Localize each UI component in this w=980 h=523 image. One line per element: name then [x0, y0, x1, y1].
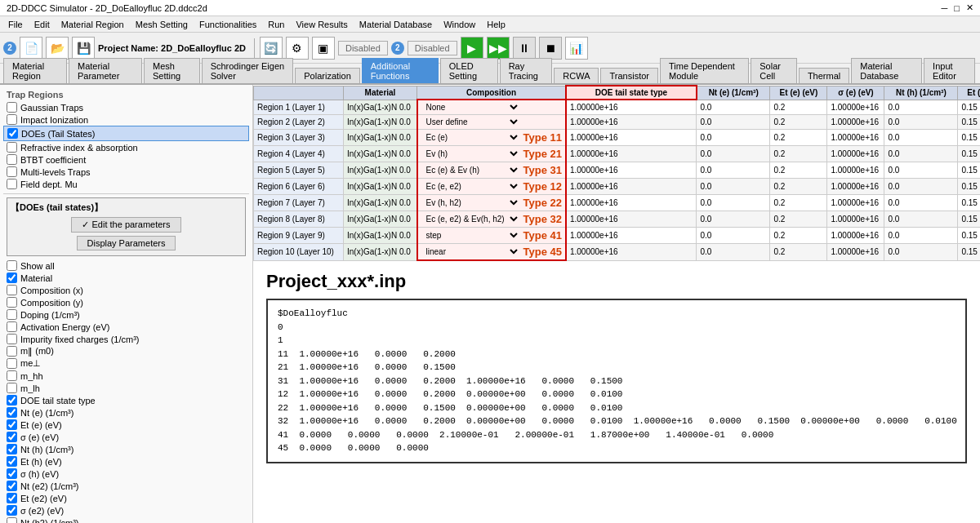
cell-doe-type[interactable]: NoneUser defineEc (e)Ev (h)Ec (e) & Ev (…	[417, 244, 566, 261]
tab-polarization[interactable]: Polarization	[295, 68, 359, 83]
tab-additional-functions[interactable]: Additional Functions	[362, 58, 439, 83]
multi-levels-checkbox[interactable]	[7, 166, 17, 177]
table-row: Region 7 (Layer 7) In(x)Ga(1-x)N 0.0 Non…	[254, 195, 981, 211]
refresh-btn[interactable]: 🔄	[260, 37, 283, 60]
cell-doe-type[interactable]: NoneUser defineEc (e)Ev (h)Ec (e) & Ev (…	[417, 195, 566, 211]
play-btn[interactable]: ▶	[461, 37, 483, 60]
disabled-btn-2[interactable]: Disabled	[408, 41, 457, 55]
btbt-checkbox[interactable]	[7, 154, 17, 165]
cell-nth: 1.00000e+16	[827, 211, 884, 228]
activation-checkbox[interactable]	[7, 321, 17, 332]
menu-bar: File Edit Material Region Mesh Setting F…	[0, 16, 980, 33]
edit-parameters-btn[interactable]: ✓ Edit the parameters	[71, 217, 180, 233]
doe-type-select[interactable]: NoneUser defineEc (e)Ev (h)Ec (e) & Ev (…	[421, 102, 520, 113]
ete-checkbox[interactable]	[7, 419, 17, 430]
tab-transistor[interactable]: Transistor	[600, 68, 658, 83]
tab-rcwa[interactable]: RCWA	[554, 68, 599, 83]
doe-type-select[interactable]: NoneUser defineEc (e)Ev (h)Ec (e) & Ev (…	[421, 214, 520, 224]
maximize-btn[interactable]: □	[954, 3, 960, 13]
tab-thermal[interactable]: Thermal	[799, 68, 849, 83]
nte2-checkbox[interactable]	[7, 481, 17, 491]
disabled-btn-1[interactable]: Disabled	[338, 41, 388, 55]
cell-nte: 1.00000e+16	[566, 115, 697, 130]
field-dept-checkbox[interactable]	[7, 179, 17, 189]
tab-time-dependent[interactable]: Time Dependent Module	[660, 58, 749, 83]
doe-type-select[interactable]: NoneUser defineEc (e)Ev (h)Ec (e) & Ev (…	[421, 148, 520, 159]
tab-solar-cell[interactable]: Solar Cell	[751, 58, 797, 83]
show-all-checkbox[interactable]	[7, 260, 17, 271]
cell-eth: 0.0	[884, 211, 958, 228]
nte-checkbox[interactable]	[7, 407, 17, 418]
run-btn[interactable]: ▣	[312, 37, 335, 60]
cell-doe-type[interactable]: NoneUser defineEc (e)Ev (h)Ec (e) & Ev (…	[417, 162, 566, 179]
does-tail-states-checkbox[interactable]	[7, 128, 18, 139]
settings-btn[interactable]: ⚙	[286, 37, 309, 60]
save-btn[interactable]: 💾	[72, 37, 95, 60]
tab-material-region[interactable]: Material Region	[3, 58, 67, 83]
cell-doe-type[interactable]: NoneUser defineEc (e)Ev (h)Ec (e) & Ev (…	[417, 146, 566, 162]
pause-btn[interactable]: ⏸	[513, 37, 536, 60]
mhh-checkbox[interactable]	[7, 370, 17, 381]
cell-doe-type[interactable]: NoneUser defineEc (e)Ev (h)Ec (e) & Ev (…	[417, 211, 566, 228]
refractive-checkbox[interactable]	[7, 142, 17, 153]
doe-type-select[interactable]: NoneUser defineEc (e)Ev (h)Ec (e) & Ev (…	[421, 181, 520, 192]
cell-ete: 0.0	[697, 146, 770, 162]
sh-checkbox[interactable]	[7, 468, 17, 479]
m-parallel-checkbox[interactable]	[7, 346, 17, 357]
doe-type-select[interactable]: NoneUser defineEc (e)Ev (h)Ec (e) & Ev (…	[421, 197, 520, 208]
tab-ray-tracing[interactable]: Ray Tracing	[500, 58, 553, 83]
doe-type-select[interactable]: NoneUser defineEc (e)Ev (h)Ec (e) & Ev (…	[421, 246, 520, 257]
se-checkbox[interactable]	[7, 432, 17, 442]
cell-doe-type[interactable]: NoneUser defineEc (e)Ev (h)Ec (e) & Ev (…	[417, 115, 566, 130]
menu-edit[interactable]: Edit	[29, 19, 55, 30]
cell-material: In(x)Ga(1-x)N 0.0	[344, 130, 417, 146]
doe-type-select[interactable]: NoneUser defineEc (e)Ev (h)Ec (e) & Ev (…	[421, 117, 520, 127]
material-checkbox[interactable]	[7, 273, 17, 283]
impurity-checkbox[interactable]	[7, 334, 17, 344]
stop-btn[interactable]: ⏹	[539, 37, 562, 60]
menu-material-region[interactable]: Material Region	[56, 19, 129, 30]
menu-run[interactable]: Run	[263, 19, 289, 30]
tab-schrodinger[interactable]: Schrodinger Eigen Solver	[202, 58, 294, 83]
doe-type-select[interactable]: NoneUser defineEc (e)Ev (h)Ec (e) & Ev (…	[421, 132, 520, 143]
menu-help[interactable]: Help	[482, 19, 510, 30]
menu-material-database[interactable]: Material Database	[354, 19, 437, 30]
cell-doe-type[interactable]: NoneUser defineEc (e)Ev (h)Ec (e) & Ev (…	[417, 179, 566, 195]
nth2-checkbox[interactable]	[7, 517, 17, 523]
doe-type-select[interactable]: NoneUser defineEc (e)Ev (h)Ec (e) & Ev (…	[421, 230, 520, 241]
se2-checkbox[interactable]	[7, 505, 17, 516]
display-parameters-btn[interactable]: Display Parameters	[77, 236, 176, 250]
menu-file[interactable]: File	[3, 19, 28, 30]
mlh-checkbox[interactable]	[7, 383, 17, 393]
comp-y-checkbox[interactable]	[7, 297, 17, 308]
cell-doe-type[interactable]: NoneUser defineEc (e)Ev (h)Ec (e) & Ev (…	[417, 228, 566, 244]
open-btn[interactable]: 📂	[46, 37, 69, 60]
chart-btn[interactable]: 📊	[565, 37, 588, 60]
doping-checkbox[interactable]	[7, 309, 17, 320]
play2-btn[interactable]: ▶▶	[487, 37, 510, 60]
tab-oled[interactable]: OLED Setting	[440, 58, 498, 83]
menu-mesh-setting[interactable]: Mesh Setting	[131, 19, 193, 30]
comp-x-checkbox[interactable]	[7, 285, 17, 295]
tab-input-editor[interactable]: Input Editor	[924, 58, 975, 83]
eth-checkbox[interactable]	[7, 456, 17, 467]
menu-functionalities[interactable]: Functionalities	[194, 19, 261, 30]
tab-material-parameter[interactable]: Material Parameter	[69, 58, 142, 83]
tab-material-db[interactable]: Material Database	[851, 58, 922, 83]
cell-doe-type[interactable]: NoneUser defineEc (e)Ev (h)Ec (e) & Ev (…	[417, 130, 566, 146]
nth-checkbox[interactable]	[7, 444, 17, 454]
tab-mesh-setting[interactable]: Mesh Setting	[144, 58, 200, 83]
menu-window[interactable]: Window	[439, 19, 480, 30]
doe-type-select[interactable]: NoneUser defineEc (e)Ev (h)Ec (e) & Ev (…	[421, 165, 520, 175]
cb-activation: Activation Energy (eV)	[3, 321, 249, 333]
doe-tail-checkbox[interactable]	[7, 395, 17, 406]
me-perp-checkbox[interactable]	[7, 358, 17, 369]
cell-doe-type[interactable]: NoneUser defineEc (e)Ev (h)Ec (e) & Ev (…	[417, 100, 566, 115]
ete2-checkbox[interactable]	[7, 493, 17, 503]
impact-ionization-checkbox[interactable]	[7, 114, 17, 125]
menu-view-results[interactable]: View Results	[291, 19, 352, 30]
minimize-btn[interactable]: ─	[942, 3, 948, 13]
new-btn[interactable]: 📄	[20, 37, 42, 60]
close-btn[interactable]: ✕	[966, 2, 973, 13]
gaussian-traps-checkbox[interactable]	[7, 102, 17, 113]
